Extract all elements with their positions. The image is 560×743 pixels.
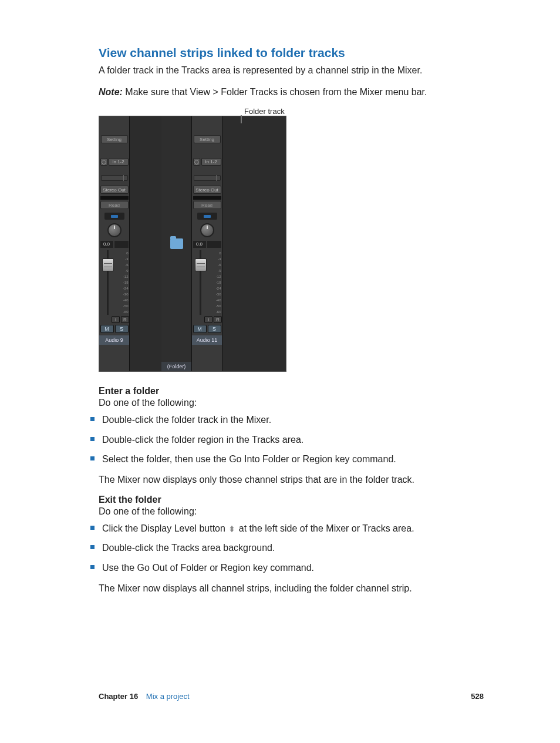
channel-name[interactable]: Audio 9 bbox=[99, 335, 129, 345]
insert-slot[interactable] bbox=[194, 175, 221, 181]
list-item: Double-click the folder region in the Tr… bbox=[90, 433, 461, 446]
input-slot[interactable]: In 1-2 bbox=[201, 158, 221, 166]
input-monitor-button[interactable]: I bbox=[204, 316, 212, 323]
list-item: Double-click the Tracks area background. bbox=[90, 541, 461, 554]
level-readout: 0.0 bbox=[193, 241, 206, 248]
exit-folder-lead: Do one of the following: bbox=[99, 506, 461, 517]
fader-area[interactable]: 0-3-6-9-12-18-24-30-40-50-60 bbox=[100, 250, 129, 315]
group-slot[interactable] bbox=[100, 196, 129, 200]
exit-folder-result: The Mixer now displays all channel strip… bbox=[99, 581, 461, 595]
channel-strip-audio-9[interactable]: Setting ◯ In 1-2 Stereo Out Read 0.0 bbox=[99, 116, 130, 371]
insert-slot[interactable] bbox=[101, 175, 128, 181]
note-label: Note: bbox=[99, 87, 123, 97]
automation-mode-button[interactable]: Read bbox=[193, 201, 221, 209]
enter-folder-list: Double-click the folder track in the Mix… bbox=[99, 413, 461, 466]
pan-knob[interactable] bbox=[200, 223, 214, 237]
input-monitor-button[interactable]: I bbox=[112, 316, 120, 323]
enter-folder-lead: Do one of the following: bbox=[99, 398, 461, 408]
list-item: Use the Go Out of Folder or Region key c… bbox=[90, 561, 461, 574]
folder-icon bbox=[170, 238, 183, 249]
input-slot[interactable]: In 1-2 bbox=[109, 158, 129, 166]
pan-display[interactable] bbox=[104, 213, 124, 220]
mixer: Setting ◯ In 1-2 Stereo Out Read 0.0 bbox=[99, 116, 286, 372]
note-paragraph: Note: Make sure that View > Folder Track… bbox=[99, 85, 461, 99]
chapter-label: Chapter 16 bbox=[99, 692, 138, 701]
record-enable-button[interactable]: R bbox=[214, 316, 222, 323]
exit-folder-heading: Exit the folder bbox=[99, 495, 461, 505]
fader-area[interactable]: 0-3-6-9-12-18-24-30-40-50-60 bbox=[193, 250, 221, 315]
fader-cap[interactable] bbox=[102, 258, 114, 271]
page-footer: Chapter 16 Mix a project 528 bbox=[99, 692, 484, 701]
input-format-icon[interactable]: ◯ bbox=[100, 158, 107, 166]
display-level-button-icon bbox=[228, 523, 236, 531]
setting-button[interactable]: Setting bbox=[194, 135, 221, 143]
list-item: Click the Display Level button at the le… bbox=[90, 522, 461, 535]
folder-channel-strip[interactable]: (Folder) bbox=[161, 116, 192, 371]
fader-cap[interactable] bbox=[195, 258, 207, 271]
mute-button[interactable]: M bbox=[193, 325, 207, 333]
level-readout: 0.0 bbox=[100, 241, 113, 248]
page-number: 528 bbox=[471, 692, 484, 701]
solo-button[interactable]: S bbox=[115, 325, 129, 333]
group-slot[interactable] bbox=[193, 196, 221, 200]
spacer-strip bbox=[130, 116, 161, 371]
channel-name[interactable]: Audio 11 bbox=[192, 335, 222, 345]
output-slot[interactable]: Stereo Out bbox=[193, 186, 221, 194]
peak-display[interactable] bbox=[207, 241, 221, 248]
intro-paragraph: A folder track in the Tracks area is rep… bbox=[99, 63, 461, 77]
setting-button[interactable]: Setting bbox=[101, 135, 128, 143]
channel-strip-audio-11[interactable]: Setting ◯ In 1-2 Stereo Out Read 0.0 bbox=[192, 116, 222, 371]
mute-button[interactable]: M bbox=[100, 325, 114, 333]
channel-name[interactable]: (Folder) bbox=[161, 362, 191, 371]
pan-knob[interactable] bbox=[107, 223, 122, 237]
meter-scale: 0-3-6-9-12-18-24-30-40-50-60 bbox=[116, 250, 129, 315]
exit-folder-list: Click the Display Level button at the le… bbox=[99, 522, 461, 574]
record-enable-button[interactable]: R bbox=[121, 316, 129, 323]
list-item: Select the folder, then use the Go Into … bbox=[90, 452, 461, 466]
automation-mode-button[interactable]: Read bbox=[100, 201, 129, 209]
enter-folder-heading: Enter a folder bbox=[99, 386, 461, 396]
pan-display[interactable] bbox=[197, 213, 217, 220]
input-format-icon[interactable]: ◯ bbox=[193, 158, 200, 166]
folder-track-callout: Folder track bbox=[244, 107, 461, 116]
note-body: Make sure that View > Folder Tracks is c… bbox=[123, 87, 427, 97]
chapter-title-link[interactable]: Mix a project bbox=[146, 692, 190, 701]
output-slot[interactable]: Stereo Out bbox=[100, 186, 129, 194]
list-item: Double-click the folder track in the Mix… bbox=[90, 413, 461, 426]
solo-button[interactable]: S bbox=[208, 325, 221, 333]
meter-scale: 0-3-6-9-12-18-24-30-40-50-60 bbox=[208, 250, 221, 315]
mixer-figure: Folder track Setting ◯ In 1-2 Stereo Out… bbox=[99, 107, 461, 372]
enter-folder-result: The Mixer now displays only those channe… bbox=[99, 473, 461, 486]
spacer-strip bbox=[222, 116, 286, 371]
section-heading: View channel strips linked to folder tra… bbox=[99, 46, 461, 60]
peak-display[interactable] bbox=[114, 241, 129, 248]
